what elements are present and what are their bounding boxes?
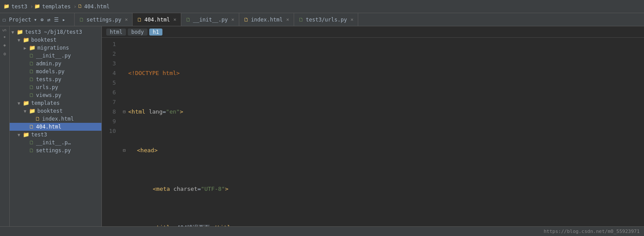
code-doctype: <!DOCTYPE html>	[128, 68, 180, 78]
tree-item-index-html-tmpl[interactable]: 🗋 index.html	[10, 115, 101, 123]
line-num-2: 2	[105, 49, 116, 59]
tree-item-tests-py[interactable]: 🗋 tests.py	[10, 75, 101, 83]
collapse-icon[interactable]: ☰	[53, 16, 60, 24]
tree-arrow-booktest	[18, 38, 23, 43]
settings-icon[interactable]: ▾	[33, 16, 38, 24]
tab-init-py-close[interactable]: ✕	[231, 17, 234, 22]
tab-test3-urls-py-close[interactable]: ✕	[350, 17, 353, 22]
tree-item-test3-folder[interactable]: 📁 test3	[10, 131, 101, 139]
tree-label-404-html: 404.html	[36, 124, 61, 130]
title-project: 📁 test3	[4, 4, 27, 10]
code-html-open: <html	[128, 107, 145, 117]
tab-index-html-icon: 🗋	[244, 17, 249, 23]
code-line-4: <meta charset="UTF-8">	[123, 184, 640, 194]
tab-settings-py-close[interactable]: ✕	[125, 17, 128, 22]
file-icon-404-html: 🗋	[29, 124, 34, 130]
structure-btn[interactable]: S	[1, 28, 8, 32]
tree-arrow-test3-folder	[18, 132, 23, 137]
project-folder-icon: 📁	[4, 4, 10, 9]
line-numbers: 1 2 3 4 5 6 7 8 9 10	[102, 39, 119, 225]
tree-label-booktest: booktest	[31, 37, 57, 43]
left-toolbar: S ★ ◈ ⚙	[0, 26, 10, 226]
tree-label-admin: admin.py	[36, 61, 61, 67]
scope-btn[interactable]: ◈	[1, 43, 8, 49]
tree-label-init-test3: __init__.p…	[36, 139, 71, 146]
tree-arrow-templates	[18, 101, 23, 106]
folder-icon-migrations: 📁	[29, 45, 36, 51]
tree-item-admin-py[interactable]: 🗋 admin.py	[10, 60, 101, 68]
code-head-open: <head>	[137, 146, 158, 155]
tree-item-booktest-tmpl[interactable]: 📁 booktest	[10, 107, 101, 115]
tree-label-models: models.py	[36, 68, 65, 75]
breadcrumb: html body h1	[102, 26, 644, 38]
line-num-10: 10	[105, 126, 116, 136]
tab-test3-urls-py[interactable]: 🗋 test3/urls.py ✕	[294, 13, 359, 26]
tree-arrow-booktest-tmpl	[24, 109, 29, 114]
editor-tabs: 🗋 settings.py ✕ 🗋 404.html ✕ 🗋 __init__.…	[75, 13, 358, 26]
code-editor[interactable]: 1 2 3 4 5 6 7 8 9 10 <!DOCTYPE html>	[102, 38, 644, 226]
line-num-4: 4	[105, 68, 116, 78]
title-sep1: ›	[30, 3, 33, 10]
code-line-5: <title>404错误页面</title>	[123, 223, 640, 226]
breadcrumb-h1[interactable]: h1	[149, 29, 162, 36]
tab-404-html-close[interactable]: ✕	[173, 17, 176, 22]
tree-item-init-booktest[interactable]: 🗋 __init__.py	[10, 52, 101, 60]
tree-label-settings-test3: settings.py	[36, 147, 71, 154]
tree-item-urls-booktest[interactable]: 🗋 urls.py	[10, 83, 101, 91]
tree-item-booktest[interactable]: 📁 booktest	[10, 36, 101, 44]
title-sep2: ›	[73, 3, 77, 10]
fold-4	[123, 184, 128, 194]
file-icon-urls-booktest: 🗋	[29, 84, 34, 90]
tab-bar-left-panel: ☐ Project ▾ ⊕ ⇄ ☰ ▸	[0, 13, 75, 26]
code-line-2: ⊟ <html lang="en">	[123, 107, 640, 117]
tab-index-html-close[interactable]: ✕	[286, 17, 289, 22]
code-content[interactable]: <!DOCTYPE html> ⊟ <html lang="en"> ⊟ <he…	[119, 39, 644, 225]
breadcrumb-html[interactable]: html	[106, 29, 126, 36]
tree-label-index-html-tmpl: index.html	[42, 116, 74, 122]
line-num-9: 9	[105, 117, 116, 126]
tab-index-html[interactable]: 🗋 index.html ✕	[239, 13, 294, 26]
file-icon-init-booktest: 🗋	[29, 53, 34, 59]
tree-arrow-migrations	[24, 46, 29, 50]
file-icon-init-test3: 🗋	[29, 139, 34, 146]
tab-init-py[interactable]: 🗋 __init__.py ✕	[181, 13, 239, 26]
tree-item-views-py[interactable]: 🗋 views.py	[10, 91, 101, 99]
status-url: https://blog.csdn.net/m0_55923971	[543, 229, 640, 234]
tab-test3-urls-py-icon: 🗋	[299, 17, 304, 23]
sidebar: 📁 test3 ~/bj18/test3 📁 booktest 📁 migrat…	[10, 26, 102, 226]
tree-item-404-html[interactable]: 🗋 404.html	[10, 123, 101, 131]
tree-item-templates[interactable]: 📁 templates	[10, 99, 101, 107]
tree-item-migrations[interactable]: 📁 migrations	[10, 44, 101, 52]
folder-icon-booktest-tmpl: 📁	[29, 108, 36, 114]
tree-label-urls-booktest: urls.py	[36, 84, 58, 90]
project-label: ☐ Project	[3, 17, 31, 23]
fold-2: ⊟	[123, 107, 128, 117]
tab-404-html[interactable]: 🗋 404.html ✕	[133, 13, 181, 26]
fold-5	[123, 223, 128, 226]
tree-label-test3-folder: test3	[31, 132, 47, 138]
file-icon-index-html-tmpl: 🗋	[35, 116, 40, 122]
file-icon-models: 🗋	[29, 68, 34, 75]
file-icon-views: 🗋	[29, 92, 34, 98]
title-bar: 📁 test3 › 📁 templates › 🗋 404.html	[0, 0, 644, 13]
tree-item-init-test3[interactable]: 🗋 __init__.p…	[10, 139, 101, 147]
expand-icon[interactable]: ▸	[61, 16, 66, 24]
code-line-3: ⊟ <head>	[123, 146, 640, 155]
line-num-7: 7	[105, 97, 116, 107]
tab-settings-py[interactable]: 🗋 settings.py ✕	[75, 13, 133, 26]
tree-item-models-py[interactable]: 🗋 models.py	[10, 68, 101, 75]
tree-arrow-test3	[11, 30, 17, 35]
line-num-1: 1	[105, 39, 116, 49]
pin-icon[interactable]: ⇄	[47, 16, 51, 24]
tree-item-test3-root[interactable]: 📁 test3 ~/bj18/test3	[10, 28, 101, 36]
tree-label-templates: templates	[31, 100, 60, 106]
breadcrumb-body[interactable]: body	[128, 29, 148, 36]
folder-icon-test3-folder: 📁	[23, 132, 29, 138]
file-icon-tests: 🗋	[29, 76, 34, 82]
gear-btn[interactable]: ⚙	[1, 51, 8, 57]
sync-icon[interactable]: ⊕	[40, 16, 44, 24]
favorites-btn[interactable]: ★	[1, 34, 8, 41]
file-icon-settings-test3: 🗋	[29, 147, 34, 154]
fold-1	[123, 68, 128, 78]
tree-item-settings-test3[interactable]: 🗋 settings.py	[10, 147, 101, 154]
